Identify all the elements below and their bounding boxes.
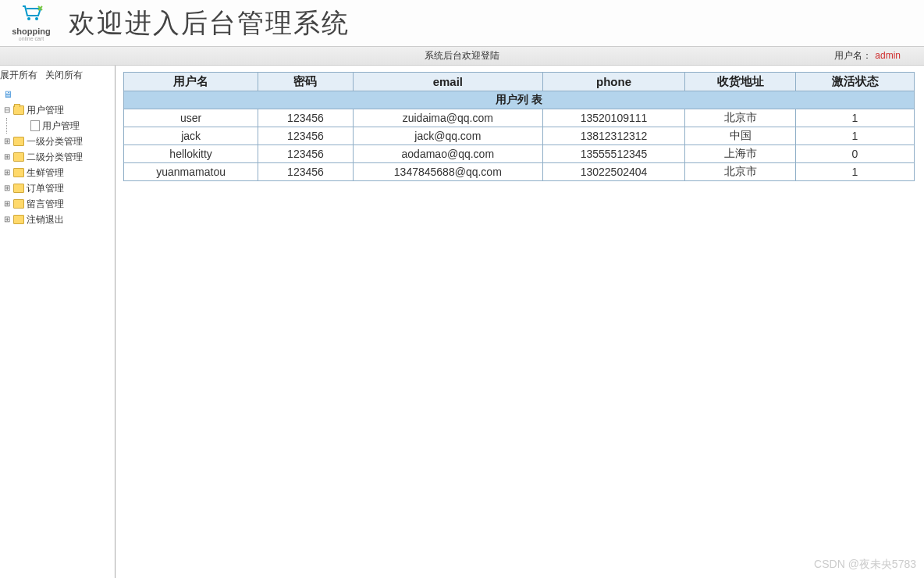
collapse-all-button[interactable]: 关闭所有 (45, 70, 83, 80)
logo-text: shopping (12, 27, 51, 36)
sidebar-item-label: 一级分类管理 (27, 134, 83, 148)
expand-all-button[interactable]: 展开所有 (0, 70, 37, 80)
username: admin (875, 50, 901, 61)
cell-address: 北京市 (685, 163, 796, 181)
sidebar-subitem-label: 用户管理 (42, 119, 80, 133)
collapse-icon[interactable]: ⊟ (3, 103, 11, 117)
cell-phone: 13555512345 (542, 145, 684, 163)
expand-icon[interactable]: ⊞ (3, 212, 11, 227)
cell-active: 1 (796, 163, 915, 181)
expand-icon[interactable]: ⊞ (3, 134, 11, 148)
col-address: 收货地址 (685, 73, 796, 91)
cell-username: user (124, 109, 258, 127)
logo: shopping online cart (0, 2, 62, 45)
subheader: 系统后台欢迎登陆 用户名：admin (0, 47, 924, 66)
sidebar-item-category2[interactable]: ⊞ 二级分类管理 (2, 149, 115, 165)
cell-active: 1 (796, 127, 915, 145)
folder-icon (13, 199, 24, 209)
sidebar-item-user-mgmt[interactable]: ⊟ 用户管理 (2, 102, 115, 118)
cell-password: 123456 (258, 145, 354, 163)
cell-password: 123456 (258, 109, 354, 127)
sidebar-item-label: 生鲜管理 (27, 166, 64, 180)
folder-icon (13, 152, 24, 162)
col-active: 激活状态 (796, 73, 915, 91)
logo-subtext: online cart (19, 36, 44, 41)
cart-icon (20, 5, 43, 27)
file-icon (30, 120, 40, 131)
header: shopping online cart 欢迎进入后台管理系统 (0, 0, 924, 47)
user-table: 用户列 表 用户名 密码 email phone 收货地址 激活状态 user1… (123, 72, 915, 181)
col-password: 密码 (258, 73, 354, 91)
cell-password: 123456 (258, 127, 354, 145)
welcome-text: 系统后台欢迎登陆 (425, 49, 499, 62)
svg-point-0 (27, 17, 30, 20)
tree: 🖥 ⊟ 用户管理 用户管理 ⊞ 一级分类管理 ⊞ (0, 87, 115, 227)
cell-phone: 13022502404 (542, 163, 684, 181)
sidebar-item-label: 用户管理 (27, 103, 64, 117)
folder-icon (13, 215, 24, 224)
sidebar-item-fresh[interactable]: ⊞ 生鲜管理 (2, 165, 115, 180)
cell-password: 123456 (258, 163, 354, 181)
sidebar-item-label: 二级分类管理 (27, 150, 83, 164)
cell-username: yuanmamatou (124, 163, 258, 181)
cell-address: 北京市 (685, 109, 796, 127)
expand-icon[interactable]: ⊞ (3, 197, 11, 211)
sidebar-subitem-user-mgmt[interactable]: 用户管理 (9, 118, 115, 134)
svg-point-1 (35, 17, 38, 20)
expand-icon[interactable]: ⊞ (3, 181, 11, 195)
root-icon: 🖥 (3, 87, 12, 102)
expand-icon[interactable]: ⊞ (3, 150, 11, 164)
cell-phone: 13520109111 (542, 109, 684, 127)
table-row[interactable]: user123456zuidaima@qq.com13520109111北京市1 (124, 109, 915, 127)
folder-icon (13, 137, 24, 146)
cell-email: 1347845688@qq.com (353, 163, 542, 181)
user-info: 用户名：admin (834, 49, 901, 62)
sidebar-item-label: 注销退出 (27, 212, 64, 227)
user-label: 用户名： (834, 50, 872, 61)
content: 用户列 表 用户名 密码 email phone 收货地址 激活状态 user1… (116, 66, 924, 578)
sidebar-item-category1[interactable]: ⊞ 一级分类管理 (2, 134, 115, 149)
sidebar-item-messages[interactable]: ⊞ 留言管理 (2, 196, 115, 212)
main: 展开所有关闭所有 🖥 ⊟ 用户管理 用户管理 ⊞ 一级分类管理 (0, 66, 924, 578)
cell-address: 中国 (685, 127, 796, 145)
sidebar-item-label: 订单管理 (27, 181, 64, 195)
table-row[interactable]: jack123456jack@qq.com13812312312中国1 (124, 127, 915, 145)
page-title: 欢迎进入后台管理系统 (69, 5, 350, 41)
cell-active: 1 (796, 109, 915, 127)
table-header-row: 用户名 密码 email phone 收货地址 激活状态 (124, 73, 915, 91)
table-row[interactable]: yuanmamatou1234561347845688@qq.com130225… (124, 163, 915, 181)
watermark: CSDN @夜未央5783 (814, 558, 916, 572)
col-username: 用户名 (124, 73, 258, 91)
sidebar-item-orders[interactable]: ⊞ 订单管理 (2, 180, 115, 196)
expand-icon[interactable]: ⊞ (3, 166, 11, 180)
table-title: 用户列 表 (124, 91, 915, 109)
sidebar-item-logout[interactable]: ⊞ 注销退出 (2, 212, 115, 227)
col-phone: phone (542, 73, 684, 91)
folder-open-icon (13, 105, 24, 115)
cell-username: jack (124, 127, 258, 145)
cell-active: 0 (796, 145, 915, 163)
folder-icon (13, 184, 24, 193)
table-row[interactable]: hellokitty123456aodamao@qq.com1355551234… (124, 145, 915, 163)
cell-username: hellokitty (124, 145, 258, 163)
tree-root[interactable]: 🖥 (2, 87, 115, 102)
cell-email: aodamao@qq.com (353, 145, 542, 163)
cell-email: jack@qq.com (353, 127, 542, 145)
sidebar-item-label: 留言管理 (27, 197, 64, 211)
sidebar: 展开所有关闭所有 🖥 ⊟ 用户管理 用户管理 ⊞ 一级分类管理 (0, 66, 116, 578)
cell-email: zuidaima@qq.com (353, 109, 542, 127)
col-email: email (353, 73, 542, 91)
tree-controls: 展开所有关闭所有 (0, 69, 115, 87)
cell-address: 上海市 (685, 145, 796, 163)
cell-phone: 13812312312 (542, 127, 684, 145)
folder-icon (13, 168, 24, 177)
